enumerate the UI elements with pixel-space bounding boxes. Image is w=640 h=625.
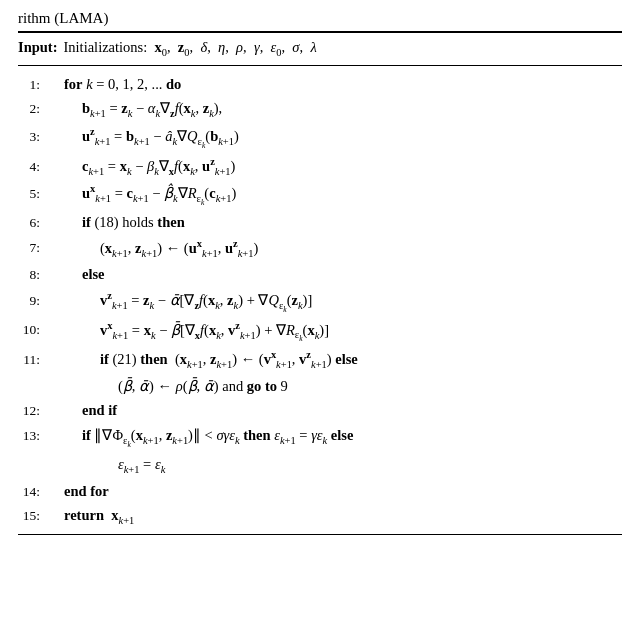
algo-line-13: 13: if ∥∇Φεk(xk+1, zk+1)∥ < σγεk then εk… <box>18 423 622 452</box>
algo-line-12: 12: end if <box>18 398 622 423</box>
page-container: rithm (LAMA) Input: Initializations: x0,… <box>18 10 622 535</box>
algo-line-8: 8: else <box>18 262 622 287</box>
algo-line-9: 9: vzk+1 = zk − ᾱ[∇zf(xk, zk) + ∇Qεk(zk… <box>18 287 622 317</box>
bottom-border <box>18 534 622 535</box>
algo-line-14: 14: end for <box>18 479 622 504</box>
algo-line-15: 15: return xk+1 <box>18 503 622 530</box>
algo-line-7: 7: (xk+1, zk+1) ← (uxk+1, uzk+1) <box>18 235 622 262</box>
algo-line-4: 4: ck+1 = xk − βk∇xf(xk, uzk+1) <box>18 153 622 180</box>
input-label: Input: <box>18 37 58 61</box>
algo-line-1: 1: for k = 0, 1, 2, ... do <box>18 72 622 97</box>
algo-line-10: 10: vxk+1 = xk − β̄[∇xf(xk, vzk+1) + ∇Rε… <box>18 317 622 347</box>
input-params: Initializations: x0, z0, δ, η, ρ, γ, ε0,… <box>64 37 317 61</box>
algo-line-5: 5: uxk+1 = ck+1 − β̂k∇Rεk(ck+1) <box>18 180 622 210</box>
algo-line-6: 6: if (18) holds then <box>18 210 622 235</box>
algorithm-header: Input: Initializations: x0, z0, δ, η, ρ,… <box>18 31 622 66</box>
algo-line-13b: εk+1 = εk <box>18 452 622 479</box>
algorithm-body: 1: for k = 0, 1, 2, ... do 2: bk+1 = zk … <box>18 72 622 531</box>
algo-line-11b: (β̄, ᾱ) ← ρ(β̄, ᾱ) and go to 9 <box>18 374 622 399</box>
title-line: rithm (LAMA) <box>18 10 622 27</box>
algo-line-2: 2: bk+1 = zk − αk∇zf(xk, zk), <box>18 96 622 123</box>
algo-line-11: 11: if (21) then (xk+1, zk+1) ← (vxk+1, … <box>18 346 622 373</box>
algo-line-3: 3: uzk+1 = bk+1 − âk∇Qεk(bk+1) <box>18 123 622 153</box>
